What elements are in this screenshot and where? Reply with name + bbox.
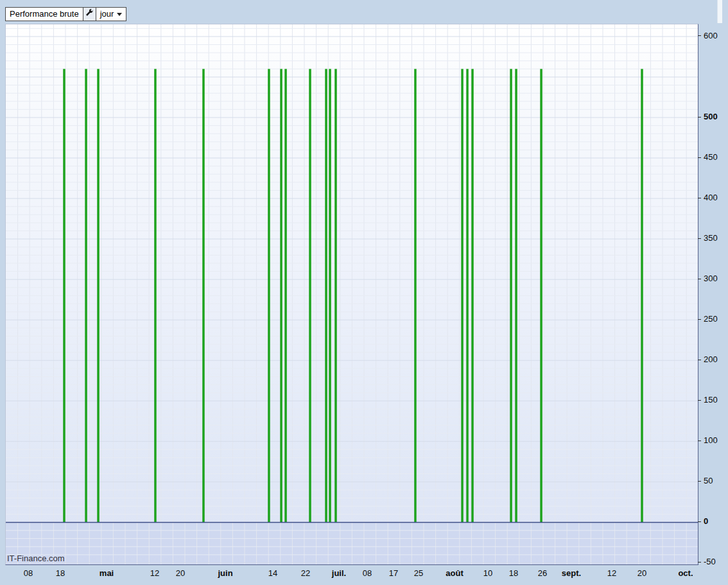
- x-axis-label: 08: [24, 568, 33, 578]
- y-axis-label: 50: [704, 476, 713, 486]
- performance-bar: [641, 69, 643, 522]
- performance-bar: [97, 69, 100, 522]
- performance-bar: [309, 69, 311, 522]
- x-axis-label: 26: [538, 568, 547, 578]
- x-axis-label: 25: [414, 568, 423, 578]
- x-axis: 0818mai1220juin1422juil.081725août101826…: [5, 568, 697, 581]
- y-axis-tick: [698, 238, 701, 239]
- x-axis-label: 22: [301, 568, 310, 578]
- performance-bar: [284, 69, 287, 522]
- y-axis-label: 200: [704, 354, 718, 365]
- y-axis-label: 350: [704, 233, 718, 243]
- y-axis-tick: [698, 481, 701, 482]
- settings-button[interactable]: [83, 7, 96, 21]
- x-axis-label: 18: [509, 568, 518, 578]
- y-axis-label: 300: [704, 274, 718, 284]
- performance-bar: [325, 69, 327, 522]
- performance-bar: [85, 69, 87, 522]
- y-axis-tick: [698, 521, 701, 522]
- performance-bar: [268, 69, 270, 522]
- x-axis-label: 12: [607, 568, 616, 578]
- x-axis-label: mai: [100, 568, 114, 578]
- y-axis-tick: [698, 400, 701, 401]
- y-axis-tick: [698, 279, 701, 279]
- y-axis-label: 250: [704, 314, 718, 324]
- y-axis-label: 150: [704, 395, 718, 405]
- performance-bar: [154, 69, 157, 522]
- watermark: IT-Finance.com: [7, 554, 65, 563]
- performance-bar: [466, 69, 469, 522]
- wrench-icon: [85, 8, 94, 20]
- x-axis-label: 10: [483, 568, 492, 578]
- x-axis-label: 17: [389, 568, 398, 578]
- performance-bar: [471, 69, 474, 522]
- y-axis-tick: [698, 157, 701, 158]
- vertical-scrollbar[interactable]: [717, 0, 722, 23]
- chart-page: Performance brute jour IT-Finance.com 60…: [0, 0, 728, 585]
- chart-toolbar: Performance brute jour: [5, 7, 126, 21]
- performance-bar: [515, 69, 517, 522]
- chart-canvas: [6, 24, 698, 564]
- x-axis-label: 08: [363, 568, 372, 578]
- x-axis-label: 18: [56, 568, 65, 578]
- performance-bar: [510, 69, 512, 522]
- x-axis-label: 20: [637, 568, 646, 578]
- performance-bar: [280, 69, 282, 522]
- performance-bar: [461, 69, 464, 522]
- y-axis-label: 600: [704, 31, 718, 41]
- y-axis-tick: [698, 117, 701, 118]
- y-axis-tick: [698, 198, 701, 198]
- y-axis-label: -50: [704, 557, 716, 567]
- performance-bar: [63, 69, 65, 522]
- x-axis-label: sept.: [562, 568, 581, 578]
- y-axis-tick: [698, 441, 701, 441]
- period-label: jour: [100, 8, 114, 21]
- y-axis-label: 100: [704, 435, 718, 446]
- x-axis-label: oct.: [678, 568, 693, 578]
- performance-bar: [334, 69, 337, 522]
- performance-bar: [202, 69, 205, 522]
- performance-bar: [414, 69, 417, 522]
- y-axis-label: 0: [704, 516, 708, 527]
- y-axis-tick: [698, 360, 701, 360]
- y-axis-tick: [698, 35, 701, 36]
- performance-bar: [329, 69, 331, 522]
- y-axis: 600500450400350300250200150100500-50: [698, 24, 728, 564]
- y-axis-tick: [698, 562, 701, 563]
- x-axis-label: août: [446, 568, 463, 578]
- indicator-tab[interactable]: Performance brute: [5, 7, 83, 21]
- x-axis-label: 12: [150, 568, 159, 578]
- y-axis-label: 400: [704, 193, 718, 203]
- x-axis-label: juil.: [332, 568, 346, 578]
- chart-plot-area[interactable]: IT-Finance.com: [5, 24, 698, 565]
- chevron-down-icon: [117, 13, 122, 16]
- x-axis-label: 20: [176, 568, 185, 578]
- y-axis-tick: [698, 319, 701, 320]
- performance-bar: [540, 69, 542, 522]
- y-axis-label: 500: [704, 112, 718, 122]
- x-axis-label: juin: [218, 568, 232, 578]
- x-axis-label: 14: [268, 568, 277, 578]
- y-axis-label: 450: [704, 152, 718, 162]
- period-dropdown[interactable]: jour: [96, 7, 127, 21]
